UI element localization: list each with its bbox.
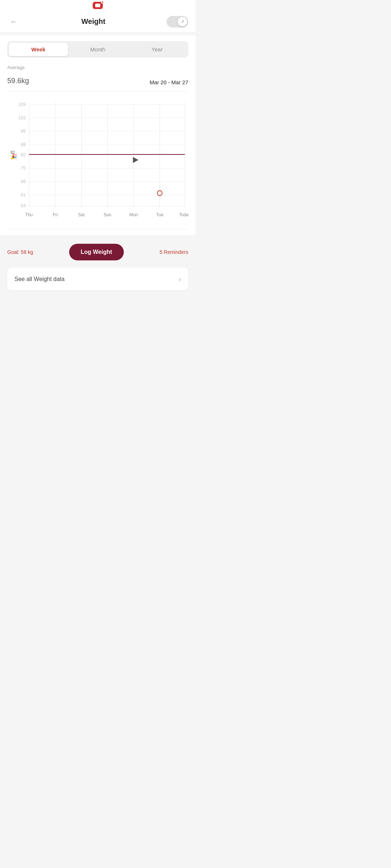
tab-week[interactable]: Week — [9, 43, 68, 56]
svg-text:75: 75 — [21, 166, 26, 171]
svg-text:Today: Today — [179, 212, 188, 218]
period-tabs: Week Month Year — [7, 41, 188, 58]
date-range: Mar 20 - Mar 27 — [150, 79, 188, 85]
back-button[interactable]: ← — [7, 15, 20, 28]
tab-year[interactable]: Year — [127, 43, 187, 56]
header: ← Weight ↗ — [0, 11, 196, 33]
svg-text:Sun: Sun — [104, 212, 111, 218]
log-weight-button[interactable]: Log Weight — [69, 244, 124, 260]
stats-row: Average 59.6kg Mar 20 - Mar 27 — [7, 65, 188, 85]
chart-container: 109 102 95 88 82 75 68 61 54 — [7, 91, 188, 229]
svg-text:54: 54 — [21, 203, 26, 209]
notification-badge — [93, 2, 103, 9]
svg-text:68: 68 — [21, 179, 26, 184]
reminders-text[interactable]: 5 Reminders — [160, 249, 188, 255]
toggle-knob: ↗ — [178, 17, 187, 26]
svg-text:Sat: Sat — [78, 212, 85, 218]
svg-text:Fri: Fri — [52, 212, 58, 218]
svg-text:102: 102 — [18, 115, 26, 121]
svg-text:Tue: Tue — [156, 212, 163, 218]
see-all-text: See all Weight data — [14, 276, 64, 282]
svg-text:Mon: Mon — [129, 212, 138, 218]
svg-text:61: 61 — [21, 192, 26, 198]
svg-text:88: 88 — [21, 142, 26, 148]
chart-svg: 109 102 95 88 82 75 68 61 54 — [7, 95, 188, 225]
actions-row: Goal: 58 kg Log Weight 5 Reminders — [7, 244, 188, 260]
page-title: Weight — [81, 17, 105, 26]
status-bar — [0, 0, 196, 11]
trend-toggle[interactable]: ↗ — [167, 16, 188, 27]
bottom-section: Goal: 58 kg Log Weight 5 Reminders See a… — [0, 235, 196, 298]
goal-text: Goal: 58 kg — [7, 249, 33, 255]
chevron-right-icon: › — [178, 275, 181, 283]
tab-month[interactable]: Month — [68, 43, 127, 56]
average-label: Average — [7, 65, 29, 70]
back-arrow-icon: ← — [10, 17, 17, 26]
svg-text:82: 82 — [21, 152, 26, 158]
see-all-card[interactable]: See all Weight data › — [7, 268, 188, 290]
main-content: Week Month Year Average 59.6kg Mar 20 - … — [0, 35, 196, 235]
weight-unit: kg — [21, 77, 29, 85]
trend-icon: ↗ — [181, 19, 184, 24]
stats-left: Average 59.6kg — [7, 65, 29, 85]
weight-value: 59.6kg — [7, 71, 29, 85]
svg-text:95: 95 — [21, 129, 26, 134]
chart-inner: 109 102 95 88 82 75 68 61 54 — [7, 95, 188, 225]
svg-text:Thu: Thu — [25, 212, 33, 218]
svg-text:▶: ▶ — [133, 155, 139, 163]
svg-text:109: 109 — [18, 102, 26, 107]
svg-text:82: 82 — [10, 150, 14, 154]
